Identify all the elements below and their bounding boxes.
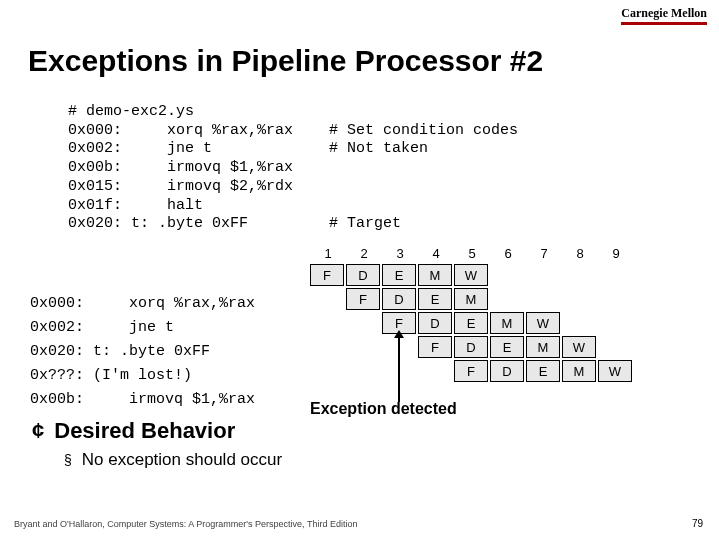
- cycle-num: 4: [418, 246, 454, 261]
- page-title: Exceptions in Pipeline Processor #2: [28, 44, 543, 78]
- code-line: 0x020: t: .byte 0xFF # Target: [68, 215, 401, 232]
- stage-cell: D: [490, 360, 524, 382]
- code-line: # demo-exc2.ys: [68, 103, 194, 120]
- stage-cell: M: [562, 360, 596, 382]
- stage-cell: W: [454, 264, 488, 286]
- brand-block: Carnegie Mellon: [621, 6, 707, 25]
- code-line: 0x01f: halt: [68, 197, 203, 214]
- cycle-num: 3: [382, 246, 418, 261]
- behavior-heading-row: ¢ Desired Behavior: [32, 418, 282, 444]
- cycle-num: 2: [346, 246, 382, 261]
- behavior-section: ¢ Desired Behavior § No exception should…: [32, 418, 282, 470]
- trace-listing: 0x000: xorq %rax,%rax 0x002: jne t 0x020…: [30, 268, 255, 412]
- stage-cell: D: [454, 336, 488, 358]
- code-listing: # demo-exc2.ys 0x000: xorq %rax,%rax # S…: [68, 84, 518, 234]
- stage-cell: D: [382, 288, 416, 310]
- cycle-num: 7: [526, 246, 562, 261]
- stage-cell: M: [526, 336, 560, 358]
- behavior-heading: Desired Behavior: [54, 418, 235, 444]
- code-line: 0x015: irmovq $2,%rdx: [68, 178, 293, 195]
- trace-line: 0x00b: irmovq $1,%rax: [30, 391, 255, 408]
- cycle-header: 1 2 3 4 5 6 7 8 9: [310, 246, 634, 261]
- stage-cell: M: [454, 288, 488, 310]
- bullet-icon: ¢: [32, 418, 44, 444]
- trace-line: 0x???: (I'm lost!): [30, 367, 192, 384]
- square-bullet-icon: §: [64, 452, 72, 468]
- behavior-item-row: § No exception should occur: [64, 450, 282, 470]
- brand-underline: [621, 22, 707, 25]
- cycle-num: 5: [454, 246, 490, 261]
- trace-line: 0x020: t: .byte 0xFF: [30, 343, 210, 360]
- stage-cell: W: [526, 312, 560, 334]
- code-line: 0x002: jne t # Not taken: [68, 140, 428, 157]
- trace-line: 0x002: jne t: [30, 319, 174, 336]
- footer-citation: Bryant and O'Hallaron, Computer Systems:…: [14, 519, 357, 529]
- stage-cell: F: [310, 264, 344, 286]
- stage-cell: E: [418, 288, 452, 310]
- stage-cell: E: [526, 360, 560, 382]
- stage-cell: F: [454, 360, 488, 382]
- stage-cell: F: [418, 336, 452, 358]
- cycle-num: 6: [490, 246, 526, 261]
- trace-line: 0x000: xorq %rax,%rax: [30, 295, 255, 312]
- page-number: 79: [692, 518, 703, 529]
- behavior-item: No exception should occur: [82, 450, 282, 470]
- stage-cell: W: [562, 336, 596, 358]
- code-line: 0x000: xorq %rax,%rax # Set condition co…: [68, 122, 518, 139]
- cycle-num: 9: [598, 246, 634, 261]
- stage-cell: W: [598, 360, 632, 382]
- stage-cell: D: [346, 264, 380, 286]
- stage-cell: F: [346, 288, 380, 310]
- stage-cell: E: [490, 336, 524, 358]
- stage-cell: E: [454, 312, 488, 334]
- stage-cell: D: [418, 312, 452, 334]
- exception-label: Exception detected: [310, 400, 457, 418]
- stage-cell: M: [418, 264, 452, 286]
- code-line: 0x00b: irmovq $1,%rax: [68, 159, 293, 176]
- cycle-num: 1: [310, 246, 346, 261]
- cycle-num: 8: [562, 246, 598, 261]
- exception-arrow: [398, 336, 400, 402]
- stage-cell: M: [490, 312, 524, 334]
- stage-cell: E: [382, 264, 416, 286]
- brand-text: Carnegie Mellon: [621, 6, 707, 20]
